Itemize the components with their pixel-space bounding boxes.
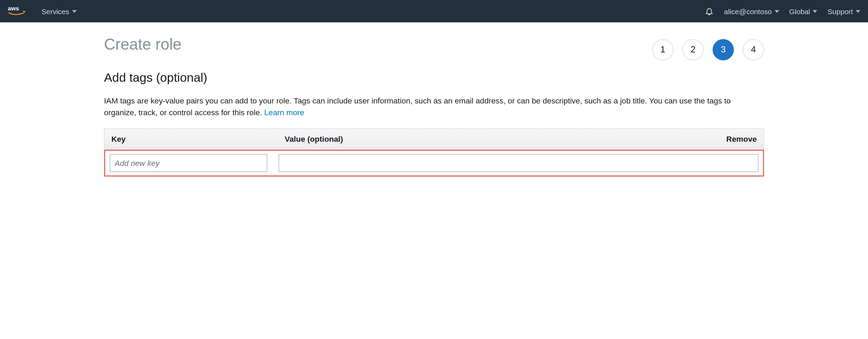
nav-support[interactable]: Support <box>828 7 860 15</box>
col-header-value: Value (optional) <box>285 134 712 143</box>
page-subtitle: Add tags (optional) <box>104 70 764 85</box>
chevron-down-icon <box>813 10 818 12</box>
svg-text:aws: aws <box>8 5 19 12</box>
nav-services-label: Services <box>41 7 69 15</box>
chevron-down-icon <box>774 10 779 12</box>
nav-support-label: Support <box>828 7 853 15</box>
wizard-steps: 1 2 3 4 <box>652 39 764 60</box>
nav-services[interactable]: Services <box>41 7 77 15</box>
step-2[interactable]: 2 <box>682 39 704 60</box>
nav-region-label: Global <box>789 7 810 15</box>
step-4[interactable]: 4 <box>743 39 764 60</box>
chevron-down-icon <box>856 10 860 12</box>
chevron-down-icon <box>72 10 77 12</box>
step-3[interactable]: 3 <box>713 39 734 60</box>
nav-user[interactable]: alice@contoso <box>724 7 779 15</box>
col-header-key: Key <box>111 134 284 143</box>
description-text: IAM tags are key-value pairs you can add… <box>104 96 731 117</box>
step-1[interactable]: 1 <box>652 39 674 60</box>
nav-region[interactable]: Global <box>789 7 818 15</box>
page-description: IAM tags are key-value pairs you can add… <box>104 95 764 118</box>
main-content: Create role 1 2 3 4 Add tags (optional) … <box>104 22 764 184</box>
page-title: Create role <box>104 36 181 54</box>
tags-input-row <box>104 150 764 177</box>
top-nav: aws Services alice@contoso Global Suppor… <box>0 0 868 22</box>
learn-more-link[interactable]: Learn more <box>264 108 304 117</box>
aws-logo[interactable]: aws <box>8 4 30 18</box>
nav-user-label: alice@contoso <box>724 7 772 15</box>
tags-table-header: Key Value (optional) Remove <box>105 129 763 150</box>
tag-key-input[interactable] <box>110 154 268 172</box>
col-header-remove: Remove <box>712 134 757 143</box>
tags-table: Key Value (optional) Remove <box>104 129 764 150</box>
tag-value-input[interactable] <box>279 154 759 172</box>
notifications-button[interactable] <box>705 7 714 16</box>
